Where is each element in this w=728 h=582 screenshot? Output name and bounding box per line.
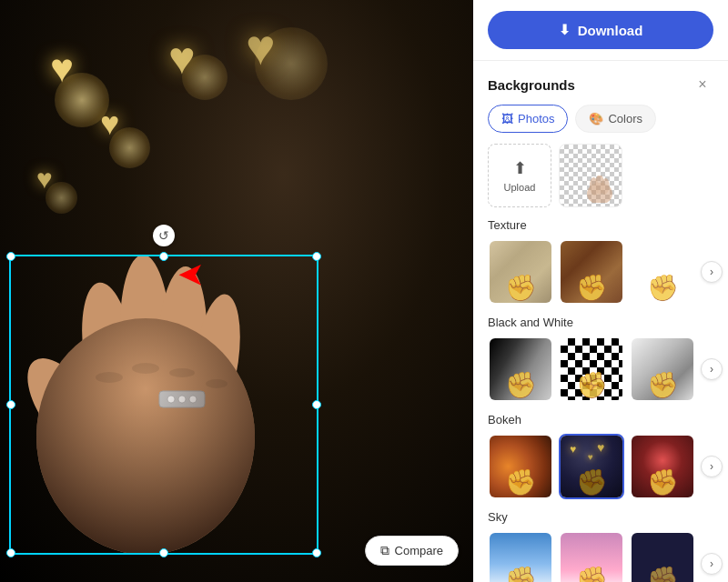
bw-thumb-1-bg: ✊: [490, 338, 551, 400]
tab-colors[interactable]: 🎨 Colors: [575, 105, 656, 133]
right-panel: ⬇ Download Backgrounds × 🖼 Photos 🎨 Colo…: [473, 0, 728, 582]
tab-photos[interactable]: 🖼 Photos: [488, 105, 568, 133]
bokeh-thumb-3-bg: ✊: [632, 436, 693, 497]
sky-label: Sky: [488, 510, 713, 524]
sky-section: Sky ✊ ✊ ✊ ›: [473, 510, 728, 582]
bw-label: Black and White: [488, 316, 713, 329]
hand-mini-icon: ✊: [576, 467, 608, 497]
red-arrow-indicator: ➤: [177, 256, 205, 295]
sky-next-button[interactable]: ›: [701, 553, 723, 575]
texture-thumb-2-bg: ✊: [561, 241, 622, 303]
download-button[interactable]: ⬇ Download: [488, 11, 713, 49]
hand-mini-icon: ✊: [576, 273, 608, 303]
bw-thumb-3[interactable]: ✊: [630, 336, 695, 402]
close-button[interactable]: ×: [692, 74, 713, 95]
heart-bokeh: ♥: [246, 18, 276, 76]
canvas-background: ♥ ♥ ♥ ♥ ♥: [0, 0, 473, 582]
bokeh-thumb-2[interactable]: ♥ ♥ ♥ ✊: [559, 434, 624, 499]
heart-bokeh: ♥: [168, 32, 196, 85]
texture-thumb-1-bg: ✊: [490, 241, 551, 303]
bw-thumb-1[interactable]: ✊: [488, 336, 553, 402]
photos-icon: 🖼: [501, 112, 513, 125]
sky-thumb-1[interactable]: ✊: [488, 531, 553, 582]
bokeh-thumb-3[interactable]: ✊: [630, 434, 695, 499]
texture-thumb-3-bg: ✊: [632, 241, 693, 303]
heart-bokeh: ♥: [100, 105, 119, 143]
bw-next-button[interactable]: ›: [701, 358, 723, 380]
compare-button[interactable]: ⧉ Compare: [365, 536, 459, 566]
bw-thumb-2[interactable]: ✊: [559, 336, 624, 402]
hand-mini-icon: ✊: [576, 370, 608, 400]
transparent-background-thumb[interactable]: [559, 144, 622, 207]
hand-mini-icon: ✊: [647, 370, 679, 400]
bokeh-label: Bokeh: [488, 413, 713, 426]
upload-label: Upload: [504, 182, 536, 193]
texture-label: Texture: [488, 218, 713, 232]
sky-thumbs-row: ✊ ✊ ✊ ›: [488, 531, 713, 582]
panel-title: Backgrounds: [488, 77, 575, 93]
texture-thumb-3[interactable]: ✊: [630, 239, 695, 305]
bokeh-thumb-1[interactable]: ✊: [488, 434, 553, 499]
hand-mini-icon: ✊: [647, 273, 679, 303]
canvas-area: ♥ ♥ ♥ ♥ ♥: [0, 0, 473, 582]
bw-thumb-2-bg: ✊: [561, 338, 622, 400]
colors-icon: 🎨: [589, 112, 603, 125]
hand-mini-icon: ✊: [647, 467, 679, 497]
bokeh-thumbs-row: ✊ ♥ ♥ ♥ ✊ ✊ ›: [488, 434, 713, 499]
hand-mini-icon: ✊: [505, 565, 537, 582]
bokeh-section: Bokeh ✊ ♥ ♥ ♥ ✊ ✊: [473, 413, 728, 510]
sky-thumb-2[interactable]: ✊: [559, 531, 624, 582]
upload-button[interactable]: ⬆ Upload: [488, 144, 551, 207]
sky-thumb-3[interactable]: ✊: [630, 531, 695, 582]
bw-thumbs-row: ✊ ✊ ✊ ›: [488, 336, 713, 402]
sky-thumb-3-bg: ✊: [632, 533, 693, 582]
texture-section: Texture ✊ ✊ ✊ ›: [473, 218, 728, 316]
compare-label: Compare: [395, 544, 443, 557]
sky-thumb-2-bg: ✊: [561, 533, 622, 582]
texture-thumb-1[interactable]: ✊: [488, 239, 553, 305]
download-label: Download: [578, 23, 643, 38]
texture-next-button[interactable]: ›: [701, 261, 723, 283]
tab-photos-label: Photos: [518, 112, 554, 125]
svg-point-14: [206, 379, 228, 388]
svg-point-13: [169, 368, 195, 377]
tab-colors-label: Colors: [608, 112, 642, 125]
svg-point-10: [36, 318, 255, 555]
panel-header: Backgrounds ×: [473, 61, 728, 105]
svg-point-11: [96, 372, 123, 383]
sky-thumb-1-bg: ✊: [490, 533, 551, 582]
bw-thumb-3-bg: ✊: [632, 338, 693, 400]
bokeh-thumb-2-bg: ♥ ♥ ♥ ✊: [561, 436, 622, 497]
bw-section: Black and White ✊ ✊ ✊ ›: [473, 316, 728, 413]
upload-row: ⬆ Upload: [473, 144, 728, 218]
svg-point-12: [132, 363, 159, 374]
backgrounds-panel: Backgrounds × 🖼 Photos 🎨 Colors ⬆ Upload: [473, 61, 728, 582]
hand-image: [0, 146, 337, 555]
texture-thumb-2[interactable]: ✊: [559, 239, 624, 305]
upload-icon: ⬆: [513, 158, 527, 178]
compare-icon: ⧉: [380, 543, 389, 558]
hand-mini-icon: ✊: [505, 273, 537, 303]
hand-mini-icon: ✊: [505, 467, 537, 497]
heart-bokeh: ♥: [50, 45, 74, 91]
hand-mini-icon: ✊: [647, 565, 679, 582]
download-icon: ⬇: [559, 22, 571, 38]
texture-thumbs-row: ✊ ✊ ✊ ›: [488, 239, 713, 305]
download-area: ⬇ Download: [473, 0, 728, 61]
hand-mini-icon: ✊: [576, 565, 608, 582]
bokeh-next-button[interactable]: ›: [701, 456, 723, 477]
hand-mini-icon: ✊: [505, 370, 537, 400]
tabs-row: 🖼 Photos 🎨 Colors: [473, 105, 728, 144]
bokeh-thumb-1-bg: ✊: [490, 436, 551, 497]
